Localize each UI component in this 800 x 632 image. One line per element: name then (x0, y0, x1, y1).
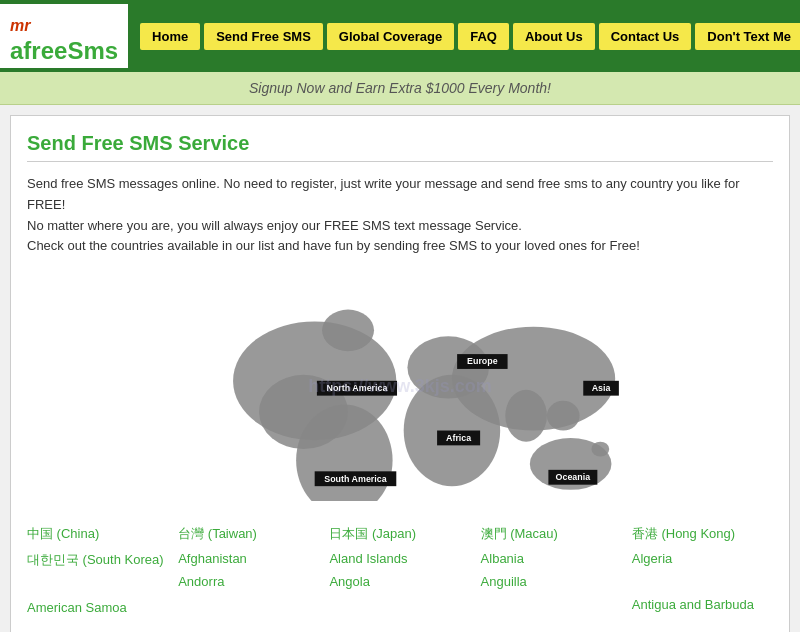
country-item[interactable]: 台灣 (Taiwan) (178, 521, 319, 547)
nav-item-global-coverage[interactable]: Global Coverage (327, 23, 454, 50)
nav-item-about-us[interactable]: About Us (513, 23, 595, 50)
world-map: North America Europe Asia Africa South A… (110, 271, 690, 501)
svg-text:Europe: Europe (467, 357, 498, 367)
country-item[interactable]: Angola (329, 570, 470, 593)
country-item[interactable]: Afghanistan (178, 547, 319, 570)
country-item[interactable]: 澳門 (Macau) (481, 521, 622, 547)
intro-line2: No matter where you are, you will always… (27, 216, 773, 237)
navbar: HomeSend Free SMSGlobal CoverageFAQAbout… (128, 23, 800, 50)
svg-text:Africa: Africa (446, 433, 471, 443)
nav-item-home[interactable]: Home (140, 23, 200, 50)
svg-point-2 (322, 310, 374, 352)
country-col-1: 中国 (China) 대한민국 (South Korea) American S… (27, 521, 168, 619)
country-item[interactable]: Antigua and Barbuda (632, 593, 773, 616)
svg-text:South America: South America (324, 474, 386, 484)
banner: Signup Now and Earn Extra $1000 Every Mo… (0, 72, 800, 105)
country-item[interactable]: Algeria (632, 547, 773, 570)
svg-point-8 (547, 401, 580, 431)
nav-item-contact-us[interactable]: Contact Us (599, 23, 692, 50)
logo: mr afreeSms (10, 8, 118, 64)
country-item-spacer (632, 570, 773, 593)
svg-text:Oceania: Oceania (556, 472, 591, 482)
country-item[interactable]: Aland Islands (329, 547, 470, 570)
main-content: Send Free SMS Service Send free SMS mess… (10, 115, 790, 632)
banner-text: Signup Now and Earn Extra $1000 Every Mo… (249, 80, 551, 96)
country-item[interactable]: 中国 (China) (27, 521, 168, 547)
svg-point-7 (505, 390, 547, 442)
intro-line3: Check out the countries available in our… (27, 236, 773, 257)
country-col-3: 日本国 (Japan) Aland Islands Angola (329, 521, 470, 619)
country-item[interactable]: American Samoa (27, 596, 168, 619)
country-item[interactable]: 日本国 (Japan) (329, 521, 470, 547)
country-list: 中国 (China) 대한민국 (South Korea) American S… (27, 521, 773, 619)
country-col-5: 香港 (Hong Kong) Algeria Antigua and Barbu… (632, 521, 773, 619)
intro-text: Send free SMS messages online. No need t… (27, 174, 773, 257)
nav-item-dont-text-me[interactable]: Don't Text Me (695, 23, 800, 50)
map-container: https://www.3kjs.com N (27, 271, 773, 501)
logo-area: mr afreeSms (0, 4, 128, 68)
country-col-2: 台灣 (Taiwan) Afghanistan Andorra (178, 521, 319, 619)
svg-point-10 (591, 442, 609, 457)
country-item[interactable]: Anguilla (481, 570, 622, 593)
nav-item-faq[interactable]: FAQ (458, 23, 509, 50)
country-item[interactable]: 대한민국 (South Korea) (27, 547, 168, 573)
section-title: Send Free SMS Service (27, 132, 773, 162)
svg-text:Asia: Asia (592, 383, 611, 393)
nav-item-send-free-sms[interactable]: Send Free SMS (204, 23, 323, 50)
country-item[interactable]: 香港 (Hong Kong) (632, 521, 773, 547)
country-item-spacer (27, 573, 168, 596)
svg-text:North America: North America (326, 383, 387, 393)
header: mr afreeSms HomeSend Free SMSGlobal Cove… (0, 0, 800, 72)
intro-line1: Send free SMS messages online. No need t… (27, 174, 773, 216)
country-item[interactable]: Andorra (178, 570, 319, 593)
country-col-4: 澳門 (Macau) Albania Anguilla (481, 521, 622, 619)
country-item[interactable]: Albania (481, 547, 622, 570)
